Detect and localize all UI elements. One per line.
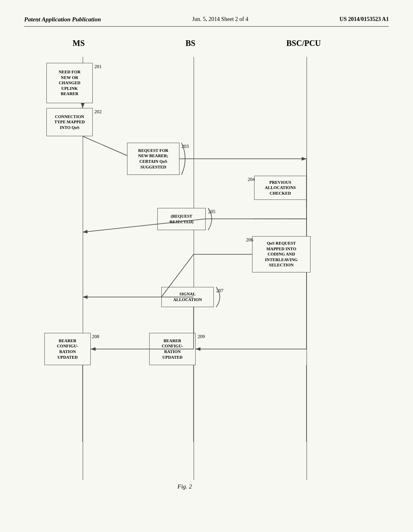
box-202: CONNECTION TYPE MAPPED INTO QoS [46, 108, 93, 136]
page: Patent Application Publication Jun. 5, 2… [0, 0, 413, 532]
box-201: NEED FOR NEW OR CHANGED UPLINK BEARER [46, 63, 93, 103]
box-204: PREVIOUS ALLOCATIONS CHECKED [254, 176, 307, 200]
step-label-203: 203 [181, 143, 189, 150]
page-header: Patent Application Publication Jun. 5, 2… [24, 16, 389, 27]
step-label-206: 206 [246, 237, 253, 243]
bs-vertical-line [194, 57, 194, 480]
header-left: Patent Application Publication [24, 16, 101, 23]
header-center: Jun. 5, 2014 Sheet 2 of 4 [192, 16, 248, 23]
header-right: US 2014/0153523 A1 [340, 16, 389, 23]
step-label-204: 204 [248, 177, 255, 183]
box-203: REQUEST FOR NEW BEARER; CERTAIN QoS SUGG… [127, 143, 179, 175]
box-205: (REQUEST REJECTED) [157, 208, 206, 230]
step-label-209: 209 [198, 334, 205, 340]
fig-caption: Fig. 2 [177, 483, 192, 490]
box-207: SIGNAL ALLOCATION [161, 287, 214, 307]
svg-line-3 [83, 136, 127, 156]
step-label-202: 202 [94, 109, 102, 115]
diagram-area: MS BS BSC/PCU NEED FOR NEW OR CHANGED UP… [24, 39, 389, 502]
step-label-205: 205 [208, 209, 215, 215]
step-label-208: 208 [92, 334, 99, 340]
box-208: BEARER CONFIGU- RATION UPDATED [44, 333, 91, 365]
box-209: BEARER CONFIGU- RATION UPDATED [149, 333, 196, 365]
box-206: QoS REQUEST MAPPED INTO CODING AND INTER… [252, 236, 311, 272]
step-label-207: 207 [216, 288, 223, 294]
step-label-201: 201 [94, 64, 102, 70]
ms-label: MS [73, 39, 85, 48]
bsc-label: BSC/PCU [286, 39, 321, 48]
bs-label: BS [186, 39, 195, 48]
